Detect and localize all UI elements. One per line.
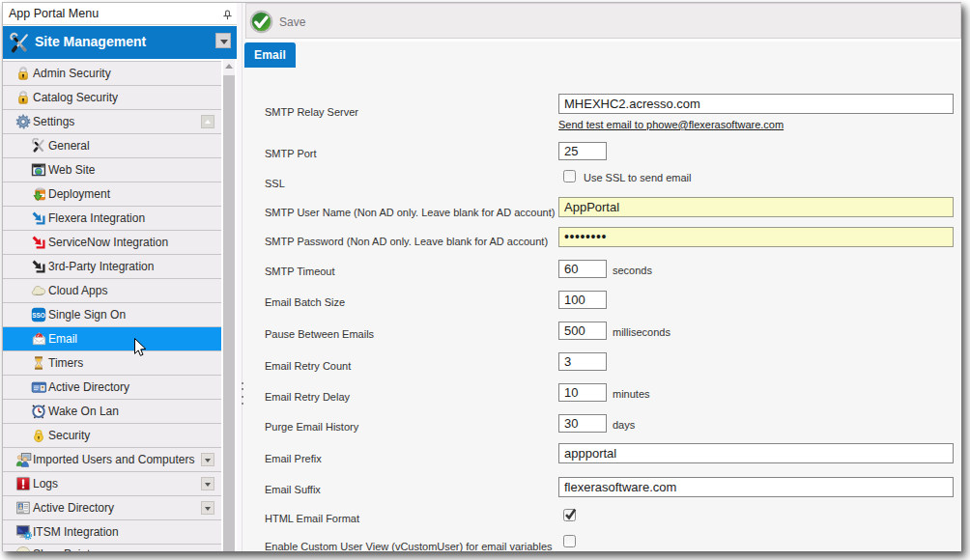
svg-text:SSO: SSO — [32, 312, 44, 319]
